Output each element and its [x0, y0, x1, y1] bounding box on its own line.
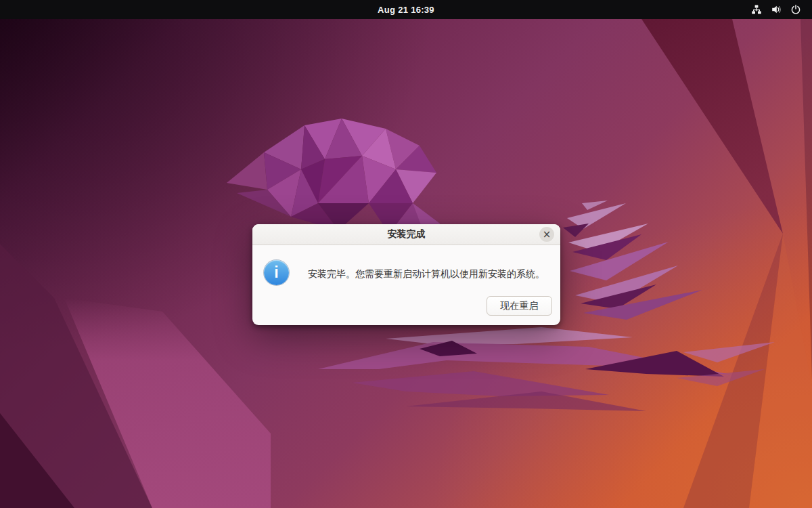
clock-calendar-button[interactable]: Aug 21 16:39	[371, 3, 441, 16]
gnome-top-bar: Aug 21 16:39	[0, 0, 812, 19]
network-wired-icon	[751, 4, 762, 15]
close-icon: ×	[543, 230, 551, 240]
restart-now-button[interactable]: 现在重启	[487, 296, 552, 316]
dialog-titlebar[interactable]: 安装完成 ×	[252, 224, 560, 245]
volume-icon	[771, 4, 782, 15]
power-icon	[790, 4, 801, 15]
dialog-title: 安装完成	[388, 228, 426, 240]
info-icon: i	[264, 260, 289, 285]
dialog-message: 安装完毕。您需要重新启动计算机以使用新安装的系统。	[308, 267, 551, 280]
close-button[interactable]: ×	[539, 227, 554, 242]
installation-complete-dialog: 安装完成 × i 安装完毕。您需要重新启动计算机以使用新安装的系统。 现在重启	[252, 224, 560, 325]
info-icon-glyph: i	[274, 263, 278, 282]
system-status-menu[interactable]	[746, 0, 807, 19]
dialog-body: i 安装完毕。您需要重新启动计算机以使用新安装的系统。 现在重启	[252, 245, 560, 325]
